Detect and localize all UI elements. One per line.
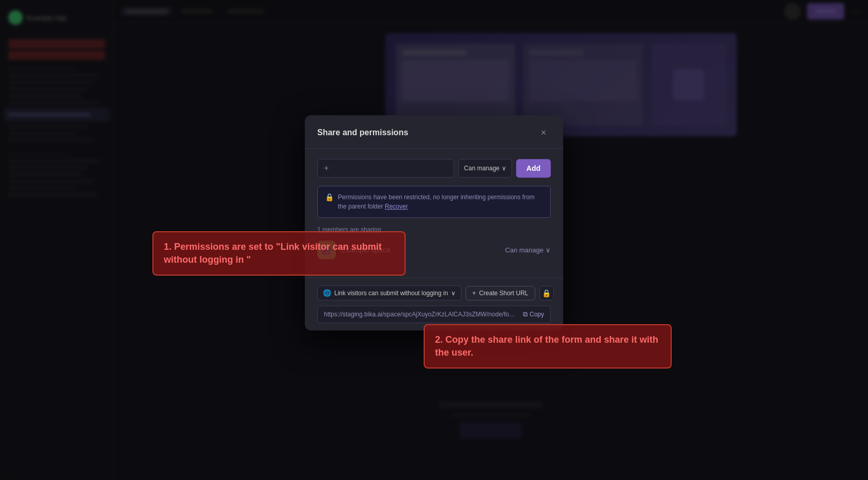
member-permission-dropdown[interactable]: Can manage ∨ — [505, 246, 551, 254]
recover-link[interactable]: Recover — [385, 203, 408, 210]
lock-icon-symbol: 🔒 — [542, 289, 551, 297]
create-short-url-button[interactable]: + Create Short URL — [466, 286, 535, 300]
permission-label: Can manage — [464, 165, 500, 172]
warning-message: Permissions have been restricted, no lon… — [338, 194, 535, 210]
member-permission-label: Can manage — [505, 246, 544, 254]
lock-warning-icon: 🔒 — [325, 193, 334, 201]
visibility-chevron: ∨ — [451, 290, 456, 297]
share-lock-button[interactable]: 🔒 — [539, 286, 554, 300]
copy-label: Copy — [530, 311, 544, 318]
url-row: https://staging.bika.ai/space/spcAjXuyoZ… — [317, 306, 551, 323]
member-permission-chevron: ∨ — [546, 246, 551, 254]
annotation-1-text: 1. Permissions are set to "Link visitor … — [164, 242, 382, 265]
annotation-2-text: 2. Copy the share link of the form and s… — [435, 334, 658, 358]
annotation-1: 1. Permissions are set to "Link visitor … — [152, 231, 406, 276]
share-footer: 🌐 Link visitors can submit without loggi… — [305, 278, 563, 330]
add-button[interactable]: Add — [516, 159, 551, 178]
copy-button[interactable]: ⧉ Copy — [523, 310, 544, 318]
permission-chevron: ∨ — [502, 165, 506, 172]
warning-banner: 🔒 Permissions have been restricted, no l… — [317, 186, 551, 218]
plus-icon: + — [324, 164, 329, 173]
share-permissions-modal: Share and permissions × + Can manage ∨ A… — [305, 115, 563, 330]
warning-text-container: Permissions have been restricted, no lon… — [338, 193, 543, 211]
visibility-dropdown[interactable]: 🌐 Link visitors can submit without loggi… — [317, 285, 461, 300]
share-link-row: 🌐 Link visitors can submit without loggi… — [317, 285, 551, 300]
globe-icon: 🌐 — [323, 289, 331, 297]
modal-title: Share and permissions — [317, 128, 408, 137]
invite-row: + Can manage ∨ Add — [317, 159, 551, 178]
invite-input[interactable]: + — [317, 159, 454, 178]
visibility-label: Link visitors can submit without logging… — [334, 290, 448, 297]
permission-dropdown[interactable]: Can manage ∨ — [458, 159, 512, 178]
modal-header: Share and permissions × — [305, 115, 563, 149]
share-url: https://staging.bika.ai/space/spcAjXuyoZ… — [324, 311, 519, 318]
create-short-url-label: Create Short URL — [479, 290, 528, 297]
modal-close-button[interactable]: × — [536, 125, 551, 140]
create-short-url-plus: + — [472, 290, 476, 297]
annotation-2: 2. Copy the share link of the form and s… — [424, 324, 672, 369]
copy-icon: ⧉ — [523, 310, 528, 318]
